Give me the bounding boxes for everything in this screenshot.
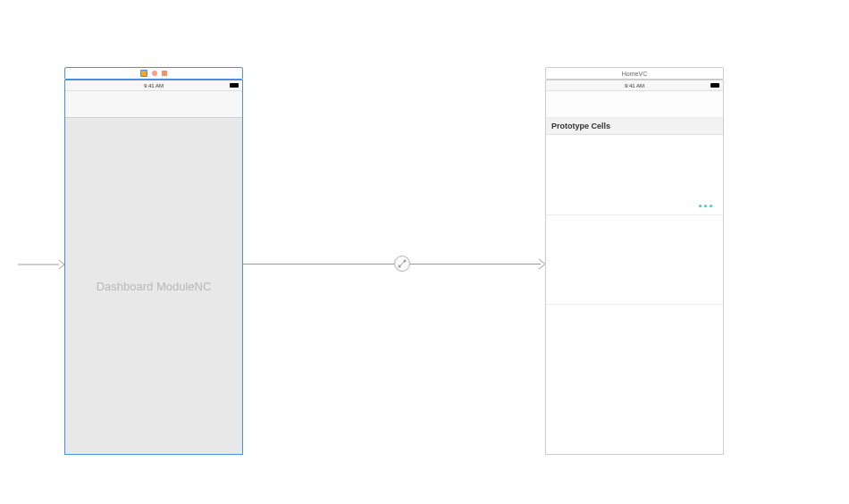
segue-icon [398, 259, 407, 268]
scene-header-left[interactable] [64, 67, 243, 80]
viewcontroller-icon[interactable] [140, 70, 147, 77]
svg-point-3 [404, 260, 407, 263]
svg-point-2 [399, 265, 401, 268]
battery-icon [230, 83, 239, 88]
status-bar-right: 9:41 AM [546, 80, 723, 91]
phone-frame-right[interactable]: 9:41 AM Prototype Cells [545, 80, 724, 455]
table-cell[interactable] [546, 215, 723, 305]
table-cell[interactable] [546, 135, 723, 215]
scene-header-right[interactable]: HomeVC [545, 67, 724, 80]
segue-indicator[interactable] [394, 256, 410, 272]
exit-icon[interactable] [162, 71, 167, 76]
phone-frame-left[interactable]: 9:41 AM Dashboard ModuleNC [64, 80, 243, 455]
scene-home-vc[interactable]: HomeVC 9:41 AM Prototype Cells [545, 67, 724, 455]
page-control-dots[interactable] [699, 205, 712, 207]
dot-icon [699, 205, 702, 207]
content-label-left: Dashboard ModuleNC [97, 280, 212, 293]
dot-icon [704, 205, 707, 207]
segue-line-2 [410, 264, 541, 265]
nav-bar-left[interactable] [65, 91, 242, 118]
status-bar-left: 9:41 AM [65, 80, 242, 91]
table-cell[interactable] [546, 305, 723, 412]
dot-icon [710, 205, 712, 207]
content-area-left[interactable]: Dashboard ModuleNC [65, 118, 242, 454]
prototype-cells-label: Prototype Cells [546, 118, 723, 135]
status-time-left: 9:41 AM [144, 83, 164, 88]
segue-line-1 [243, 264, 394, 265]
scene-title-right: HomeVC [622, 71, 647, 77]
battery-icon-right [710, 83, 719, 88]
scene-header-icons [140, 70, 167, 77]
entry-point-arrow [18, 260, 64, 269]
scene-dashboard-module[interactable]: 9:41 AM Dashboard ModuleNC [64, 67, 243, 455]
first-responder-icon[interactable] [152, 71, 157, 76]
nav-bar-right[interactable] [546, 91, 723, 118]
status-time-right: 9:41 AM [625, 83, 644, 88]
